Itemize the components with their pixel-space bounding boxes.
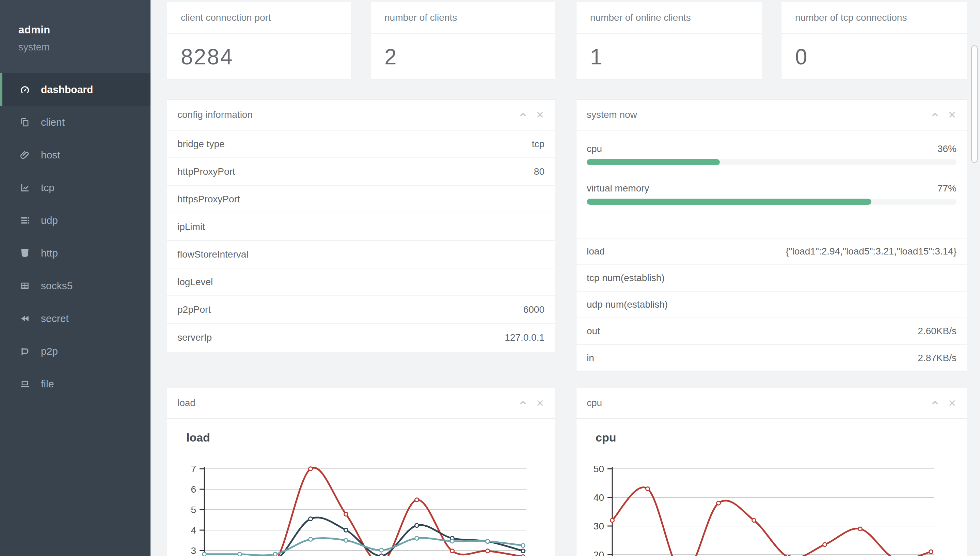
table-row: serverIp127.0.0.1 [167, 324, 555, 351]
table-row: httpsProxyPort [167, 186, 555, 213]
sidebar-item-client[interactable]: client [0, 106, 150, 139]
series-load1-marker [521, 555, 525, 556]
row-label: out [587, 326, 600, 336]
stat-card-title: client connection port [167, 2, 351, 34]
series-load15-marker [203, 552, 206, 556]
copy-icon [19, 116, 31, 128]
row-value: tcp [532, 139, 545, 150]
row-label: logLevel [177, 276, 213, 288]
scrollbar-thumb[interactable] [971, 45, 978, 163]
y-axis-tick-label: 20 [593, 550, 604, 556]
sidebar-item-tcp[interactable]: tcp [0, 171, 150, 204]
series-load15-marker [274, 552, 277, 556]
row-label: flowStoreInterval [177, 249, 248, 260]
load-chart-panel: load load 76543 [167, 388, 555, 556]
collapse-icon[interactable] [931, 110, 940, 119]
sidebar-user-block: admin system [0, 0, 150, 73]
y-axis-tick-label: 7 [191, 464, 196, 474]
system-now-panel: system now cpu36%virtual memory77% load{… [576, 100, 967, 372]
sidebar-item-udp[interactable]: udp [0, 204, 150, 237]
series-load5-marker [309, 517, 313, 521]
collapse-icon[interactable] [519, 110, 527, 119]
row-label: load [587, 246, 605, 257]
y-axis-tick-label: 50 [593, 464, 604, 474]
row-value: 6000 [523, 304, 545, 315]
config-information-panel: config information bridge typetcphttpPro… [167, 100, 555, 352]
paperclip-icon [19, 149, 31, 161]
series-cpu-marker [823, 543, 827, 546]
series-cpu-marker [611, 519, 614, 522]
y-axis-tick-label: 3 [191, 545, 196, 556]
series-load5-marker [521, 549, 525, 553]
sidebar-item-label: host [41, 149, 60, 161]
sidebar-item-p2p[interactable]: p2p [0, 335, 150, 368]
sidebar-item-host[interactable]: host [0, 139, 150, 171]
gauge-cpu: cpu36% [587, 144, 956, 165]
html5-icon [19, 247, 31, 259]
gauge-icon [19, 84, 31, 95]
sidebar-item-secret[interactable]: secret [0, 302, 150, 335]
gauge-virtual-memory: virtual memory77% [587, 183, 956, 205]
series-load15-marker [415, 537, 419, 540]
row-label: udp num(establish) [587, 299, 668, 310]
row-label: tcp num(establish) [587, 273, 665, 283]
table-row: in2.87KB/s [577, 345, 967, 371]
series-load1-marker [486, 549, 490, 553]
row-value: 80 [534, 166, 545, 177]
gauge-label: cpu [587, 144, 602, 154]
sidebar-item-file[interactable]: file [0, 368, 150, 400]
series-load15-marker [521, 544, 525, 548]
sidebar-item-socks5[interactable]: socks5 [0, 270, 150, 302]
gauge-value: 77% [937, 183, 956, 194]
series-cpu-marker [646, 487, 650, 491]
table-row: flowStoreInterval [167, 241, 555, 268]
stat-card-title: number of clients [371, 2, 555, 34]
series-load15-marker [238, 552, 242, 556]
series-load1-marker [450, 549, 454, 553]
stat-card-title: number of online clients [577, 2, 762, 34]
backward-icon [19, 313, 31, 324]
stat-card-client-connection-port: client connection port8284 [167, 2, 351, 80]
sidebar-item-label: dashboard [41, 84, 93, 95]
gauge-value: 36% [937, 144, 956, 154]
sidebar-item-label: file [41, 378, 54, 390]
config-panel-header: config information [167, 100, 555, 131]
system-rows: load{"load1":2.94,"load5":3.21,"load15":… [577, 239, 967, 371]
stat-card-value: 1 [590, 44, 603, 70]
sidebar-item-label: tcp [41, 182, 55, 194]
series-load15-marker [450, 539, 454, 543]
sidebar: admin system dashboardclienthosttcpudpht… [0, 0, 150, 556]
row-value: 2.87KB/s [918, 352, 956, 364]
sidebar-item-http[interactable]: http [0, 237, 150, 270]
row-value: 127.0.0.1 [505, 332, 545, 343]
progress-fill [587, 199, 871, 205]
y-axis-tick-label: 40 [593, 492, 604, 503]
series-load5-marker [415, 524, 419, 527]
table-row: udp num(establish) [577, 292, 967, 318]
table-row: ipLimit [167, 213, 555, 241]
series-load1-marker [344, 512, 348, 516]
y-axis-tick-label: 5 [191, 504, 196, 515]
row-label: ipLimit [177, 221, 205, 232]
row-value: 2.60KB/s [918, 326, 956, 336]
series-cpu-marker [717, 501, 720, 505]
config-rows: bridge typetcphttpProxyPort80httpsProxyP… [167, 131, 555, 351]
load-chart: 76543 [167, 388, 555, 556]
sidebar-item-label: secret [41, 313, 69, 324]
close-icon[interactable] [948, 110, 956, 119]
stat-card-number-of-tcp-connections: number of tcp connections0 [781, 2, 967, 80]
close-icon[interactable] [536, 110, 545, 119]
laptop-icon [19, 378, 31, 390]
series-load1-marker [415, 498, 419, 502]
table-row: load{"load1":2.94,"load5":3.21,"load15":… [577, 239, 967, 265]
row-label: in [587, 352, 594, 364]
stat-card-number-of-clients: number of clients2 [371, 2, 555, 80]
table-row: bridge typetcp [167, 131, 555, 158]
series-cpu-marker [929, 550, 933, 554]
series-cpu-marker [858, 527, 862, 531]
series-load1-marker [309, 467, 313, 471]
cpu-chart: 50403020 [577, 388, 967, 556]
sidebar-item-dashboard[interactable]: dashboard [0, 73, 150, 106]
p2p-icon [19, 346, 31, 357]
table-row: logLevel [167, 268, 555, 296]
